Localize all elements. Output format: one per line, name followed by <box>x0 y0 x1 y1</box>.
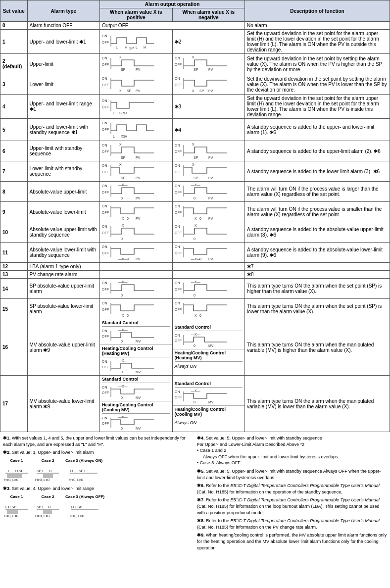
svg-text:—X—: —X— <box>118 415 128 419</box>
svg-text:ON: ON <box>102 245 107 248</box>
svg-text:—X—: —X— <box>191 314 200 317</box>
diagram-7n: ON OFF X SP PV <box>175 162 229 180</box>
table-row: 12 LBA (alarm 1 type only) - - ✱7 <box>0 263 390 271</box>
svg-text:OFF: OFF <box>175 231 182 235</box>
svg-text:OFF: OFF <box>175 63 182 66</box>
svg-text:0: 0 <box>121 196 123 200</box>
svg-text:OFF: OFF <box>102 41 109 44</box>
svg-text:OFF: OFF <box>175 211 182 214</box>
svg-text:OFF: OFF <box>175 339 182 343</box>
svg-text:ON: ON <box>102 301 107 305</box>
svg-text:ON: ON <box>175 281 180 285</box>
svg-text:—X—: —X— <box>191 217 200 220</box>
diagram-8p: ON OFF —X— 0 PV <box>102 183 156 200</box>
svg-text:—X—: —X— <box>118 359 128 362</box>
svg-text:SP: SP <box>121 68 126 71</box>
std-control-label-16n: Standard Control <box>175 325 243 331</box>
alarm-table: Set value Alarm type Alarm output operat… <box>0 0 390 432</box>
desc-cell: No alarm <box>245 22 390 30</box>
svg-text:ON: ON <box>175 245 180 248</box>
svg-text:H: H <box>124 111 127 115</box>
diagram-15n: ON OFF —X— 0 <box>175 300 229 318</box>
svg-rect-195 <box>43 510 52 514</box>
svg-text:OFF: OFF <box>102 335 109 338</box>
table-row: 3 Lower-limit ON OFF X SP PV ON OFF <box>0 74 390 95</box>
svg-text:SP L: SP L <box>79 469 86 473</box>
set-value-cell: 0 <box>0 22 28 30</box>
note-star4: ✱4. Set value: 5, Upper- and lower-limit… <box>197 435 387 466</box>
svg-text:SP: SP <box>194 156 198 159</box>
svg-text:L: L <box>113 111 115 115</box>
diagram-16p-std: ON OFF —X— 0 MV <box>102 328 156 343</box>
svg-text:H L SP: H L SP <box>71 505 82 509</box>
svg-text:ON: ON <box>102 225 107 228</box>
diagram-5p: ON OFF L H XS <box>102 120 156 140</box>
svg-text:—X—: —X— <box>118 217 128 220</box>
std-control-label-17p: Standard Control <box>102 377 170 383</box>
svg-text:0: 0 <box>121 396 123 399</box>
diagram-9n: ON OFF —X— 0 PV <box>175 203 229 221</box>
svg-text:—X—: —X— <box>118 314 128 317</box>
svg-text:H>0, L<0: H>0, L<0 <box>35 478 49 482</box>
svg-text:X: X <box>192 143 195 146</box>
svg-text:PV: PV <box>208 68 213 71</box>
svg-text:OFF: OFF <box>175 191 182 194</box>
diagram-3p: ON OFF X SP PV <box>102 75 156 93</box>
note-star6: ✱6. Refer to the E5□C-T Digital Temperat… <box>197 483 387 495</box>
svg-text:OFF: OFF <box>175 251 182 255</box>
svg-text:PV: PV <box>136 196 141 200</box>
note-star7: ✱7. Refer to the E5□C-T Digital Temperat… <box>197 497 387 516</box>
svg-text:L: L <box>8 469 10 473</box>
diagram-3n: ON OFF X SP PV <box>175 75 229 93</box>
svg-text:MV: MV <box>136 396 141 399</box>
diagram-2p: ON OFF X SP PV <box>102 55 156 73</box>
table-row: 6 Upper-limit with standby sequence ON O… <box>0 141 390 161</box>
note-star2: ✱2. Set value: 1, Upper- and lower-limit… <box>3 449 193 484</box>
svg-text:H: H <box>48 505 50 509</box>
svg-text:—X—: —X— <box>118 280 128 284</box>
svg-text:X: X <box>192 55 195 59</box>
table-row: 5 Upper- and lower-limit with standby se… <box>0 119 390 141</box>
svg-text:0: 0 <box>199 314 201 317</box>
svg-text:0: 0 <box>121 294 123 297</box>
always-on-17: Always ON <box>175 419 243 426</box>
diagram-15p: ON OFF —X— 0 <box>102 300 156 318</box>
svg-text:0: 0 <box>194 196 195 200</box>
svg-text:ON: ON <box>175 334 180 337</box>
diagram-16n-std: ON OFF —X— 0 MV <box>175 332 229 348</box>
svg-text:SP: SP <box>121 176 126 180</box>
svg-text:0: 0 <box>194 294 195 297</box>
svg-text:PV: PV <box>208 217 213 220</box>
svg-text:0: 0 <box>121 427 123 430</box>
diagram-2n: ON OFF X SP PV <box>175 55 229 73</box>
svg-text:OFF: OFF <box>102 170 109 174</box>
table-row: 0 Alarm function OFF Output OFF No alarm <box>0 22 390 30</box>
svg-text:L: L <box>136 46 138 49</box>
table-row: 13 PV change rate alarm - - ✱8 <box>0 271 390 279</box>
svg-text:L: L <box>113 135 115 138</box>
svg-rect-189 <box>7 510 18 514</box>
svg-text:MV: MV <box>208 400 214 404</box>
svg-text:X: X <box>192 89 195 93</box>
svg-text:H: H <box>144 46 146 49</box>
svg-text:PV: PV <box>136 257 141 261</box>
svg-text:—X—: —X— <box>118 257 128 261</box>
table-row: 16 MV absolute-value upper-limit alarm ✱… <box>0 319 390 376</box>
table-row: 9 Absolute-value lower-limit ON OFF —X— … <box>0 202 390 222</box>
table-row: 1 Upper- and lower-limit ✱1 ON OFF L H L… <box>0 30 390 54</box>
svg-text:OFF: OFF <box>175 170 182 174</box>
svg-text:PV: PV <box>208 196 213 200</box>
svg-text:0: 0 <box>127 314 129 317</box>
svg-text:0: 0 <box>127 257 129 261</box>
always-on-16: Always ON <box>175 363 243 370</box>
table-row: 2(default) Upper-limit ON OFF X SP PV ON… <box>0 54 390 74</box>
svg-text:—X—: —X— <box>191 183 200 187</box>
svg-text:SP: SP <box>119 111 124 115</box>
svg-text:OFF: OFF <box>102 191 109 194</box>
svg-text:ON: ON <box>175 301 180 305</box>
note-star8: ✱8. Refer to the E5□C-T Digital Temperat… <box>197 518 387 530</box>
svg-text:OFF: OFF <box>102 150 109 153</box>
table-row: 11 Absolute-value lower-limit with stand… <box>0 243 390 263</box>
svg-text:H: H <box>70 469 73 473</box>
svg-text:ON: ON <box>102 99 107 102</box>
